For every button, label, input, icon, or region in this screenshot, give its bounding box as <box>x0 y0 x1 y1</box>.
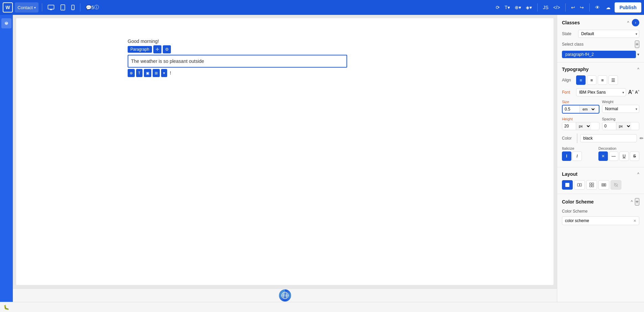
main-layout: Good morning! Paragraph ✛ ⚙ The weather … <box>0 15 644 302</box>
layout-btn2-canvas[interactable]: ⊞ <box>153 69 160 77</box>
cloud-btn[interactable]: ☁ <box>604 2 613 13</box>
paragraph-move-btn[interactable]: ✛ <box>153 45 161 53</box>
canvas-bottom <box>13 288 557 302</box>
preview-btn[interactable]: 👁 <box>593 2 602 13</box>
right-panel: Classes ^ › State Default Hover Focus Ac… <box>557 15 644 302</box>
layout-grid-btn[interactable] <box>586 180 597 190</box>
add-color-scheme-btn[interactable]: + <box>635 198 639 206</box>
code-group: JS </> <box>541 2 562 13</box>
align-row: Align ≡ ≡ ≡ ☰ <box>562 75 639 85</box>
text-style-btn[interactable]: T▾ <box>503 2 512 13</box>
auto-save-btn[interactable]: ⟳ <box>494 2 502 13</box>
align-justify-btn[interactable]: ☰ <box>609 75 618 85</box>
w-logo[interactable]: W <box>3 2 13 13</box>
element-select-btn[interactable]: ⊕ <box>128 69 135 77</box>
size-group: Size em px rem % <box>562 100 599 114</box>
text-format-btn[interactable]: T <box>136 69 143 77</box>
svg-point-2 <box>62 9 63 10</box>
state-select[interactable]: Default Hover Focus Active <box>578 30 639 38</box>
svg-rect-12 <box>592 183 594 185</box>
align-center-btn[interactable]: ≡ <box>587 75 596 85</box>
decoration-underline-btn[interactable]: U <box>619 151 629 161</box>
edit-color-btn[interactable]: ✏ <box>640 136 644 141</box>
page-selector[interactable]: Contact <box>15 2 38 13</box>
layout-hidden-btn[interactable] <box>611 180 621 190</box>
color-name-input[interactable] <box>580 134 637 142</box>
classes-expand-btn[interactable]: › <box>632 19 639 26</box>
class-tag[interactable]: paragraph-fH_2 <box>562 51 636 58</box>
layout-btn-canvas[interactable]: ▣ <box>144 69 151 77</box>
svg-rect-17 <box>605 184 606 186</box>
layout-block-btn[interactable] <box>562 180 573 190</box>
class-tag-chevron[interactable]: ▾ <box>637 52 639 57</box>
add-element-btn[interactable]: ⊕▾ <box>513 2 523 13</box>
divider-2 <box>80 3 80 11</box>
paragraph-settings-btn[interactable]: ⚙ <box>163 45 171 53</box>
decoration-overline-btn[interactable]: S <box>630 151 639 161</box>
tablet-view-btn[interactable] <box>58 2 67 13</box>
height-input[interactable] <box>562 122 576 130</box>
history-group: ↩ ↪ <box>569 2 586 13</box>
align-label: Align <box>562 78 574 82</box>
spacing-input-row: px em <box>602 122 640 130</box>
dropdown-btn-canvas[interactable]: ▾ <box>161 69 167 77</box>
layout-btn-group <box>562 180 639 190</box>
font-select[interactable]: IBM Plex Sans <box>576 88 626 96</box>
weight-select-wrapper: Thin Light Normal Bold <box>602 105 640 113</box>
add-class-btn[interactable]: + <box>635 41 639 48</box>
color-scheme-chevron[interactable]: ^ <box>631 199 633 204</box>
layout-chevron[interactable]: ^ <box>637 172 639 176</box>
size-label: Size <box>562 100 599 104</box>
decoration-group: Decoration ✕ — U S <box>598 146 639 161</box>
font-increase-btn[interactable]: A^ <box>628 89 634 95</box>
size-input-row: em px rem % <box>562 105 599 114</box>
desktop-view-btn[interactable] <box>46 2 56 13</box>
font-label: Font <box>562 90 574 95</box>
weight-select[interactable]: Thin Light Normal Bold <box>602 105 640 113</box>
bug-icon[interactable]: 🐛 <box>3 305 9 310</box>
color-scheme-label-row: Color Scheme <box>562 209 639 214</box>
align-left-btn[interactable]: ≡ <box>576 75 586 85</box>
mobile-view-btn[interactable] <box>69 2 77 13</box>
js-btn[interactable]: JS <box>541 2 550 13</box>
spacing-label: Spacing <box>602 117 640 121</box>
code-editor-btn[interactable]: </> <box>551 2 562 13</box>
color-scheme-title: Color Scheme <box>562 199 594 205</box>
classes-chevron[interactable]: ^ <box>627 20 629 25</box>
size-unit-select[interactable]: em px rem % <box>579 105 596 113</box>
color-swatch[interactable] <box>577 134 577 143</box>
decoration-line-through-btn[interactable]: — <box>609 151 618 161</box>
svg-rect-9 <box>577 184 579 186</box>
svg-rect-15 <box>602 184 603 186</box>
italicize-label: Italicize <box>562 146 596 150</box>
left-panel <box>0 15 13 302</box>
layout-flex-btn[interactable] <box>598 180 609 190</box>
comments-btn[interactable]: 💬 5 ⓘ <box>84 2 101 13</box>
color-scheme-section: Color Scheme ^ + Color Scheme × <box>557 194 644 229</box>
typography-title: Typography <box>562 67 589 72</box>
undo-btn[interactable]: ↩ <box>569 2 577 13</box>
redo-btn[interactable]: ↪ <box>578 2 586 13</box>
paragraph-sub-toolbar: ⊕ T ▣ ⊞ ▾ ! <box>128 69 347 77</box>
spacing-input[interactable] <box>602 122 616 130</box>
italic-btn[interactable]: I <box>572 151 582 161</box>
bottom-bar: 🐛 <box>0 302 644 312</box>
layout-inline-block-btn[interactable] <box>574 180 585 190</box>
color-scheme-clear-btn[interactable]: × <box>634 218 636 223</box>
svg-rect-11 <box>590 183 591 185</box>
more-options-btn[interactable]: ◈▾ <box>524 2 534 13</box>
publish-button[interactable]: Publish <box>615 2 641 13</box>
divider-1 <box>42 3 42 11</box>
typography-chevron[interactable]: ^ <box>637 67 639 72</box>
color-scheme-input[interactable] <box>565 218 632 223</box>
height-unit-select[interactable]: px em % <box>576 122 591 130</box>
svg-point-4 <box>73 9 73 9</box>
paragraph-text: The weather is so pleasant outside <box>131 58 204 64</box>
italic-solid-btn[interactable]: I <box>562 151 571 161</box>
size-input[interactable] <box>563 105 579 113</box>
align-right-btn[interactable]: ≡ <box>598 75 607 85</box>
decoration-none-btn[interactable]: ✕ <box>598 151 608 161</box>
font-decrease-btn[interactable]: A^ <box>635 90 639 95</box>
spacing-unit-select[interactable]: px em <box>616 122 631 130</box>
open-panel-btn[interactable] <box>1 18 11 28</box>
